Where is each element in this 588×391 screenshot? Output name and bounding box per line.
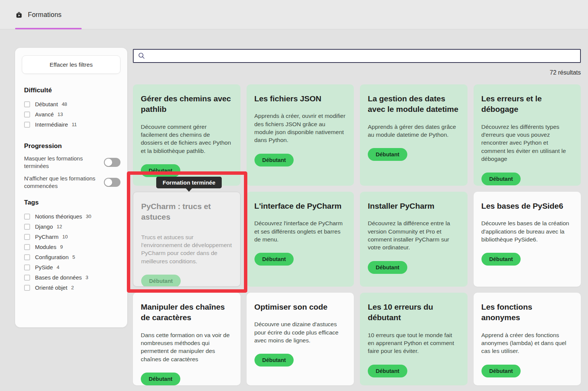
checkbox[interactable] bbox=[24, 111, 30, 118]
completed-tooltip: Formation terminée bbox=[156, 177, 222, 188]
toggle-switch[interactable] bbox=[104, 178, 120, 187]
course-title: Les 10 erreurs du débutant bbox=[368, 302, 460, 323]
checkbox[interactable] bbox=[24, 101, 30, 107]
toggle-label: Masquer les formations terminées bbox=[24, 155, 99, 170]
results-count: 72 résultats bbox=[550, 69, 581, 76]
difficulty-badge: Débutant bbox=[368, 148, 407, 161]
course-description: Découvrez les différents types d'erreurs… bbox=[481, 123, 573, 163]
search-input[interactable] bbox=[133, 49, 581, 63]
course-description: Découvre une dizaine d'astuces pour écri… bbox=[254, 320, 346, 344]
filters-panel: Effacer les filtres Difficulté Débutant4… bbox=[15, 48, 127, 327]
course-description: 10 erreurs que tout le monde fait en app… bbox=[368, 331, 460, 355]
course-card[interactable]: Les 10 erreurs du débutant10 erreurs que… bbox=[360, 293, 468, 385]
difficulty-filter-option[interactable]: Débutant48 bbox=[22, 99, 120, 109]
filter-label: Orienté objet bbox=[35, 284, 67, 291]
course-title: Optimiser son code bbox=[254, 302, 346, 312]
course-card[interactable]: L'interface de PyCharmDécouvrez l'interf… bbox=[247, 192, 354, 287]
course-description: Apprends à créer, ouvrir et modifier des… bbox=[254, 112, 346, 144]
checkbox[interactable] bbox=[24, 285, 30, 291]
checkbox[interactable] bbox=[24, 122, 30, 128]
filter-count: 11 bbox=[72, 122, 77, 127]
checkbox[interactable] bbox=[24, 264, 30, 270]
toggle-knob bbox=[105, 159, 112, 166]
difficulty-filter-option[interactable]: Intermédiaire11 bbox=[22, 119, 120, 130]
course-grid: Gérer des chemins avec pathlibDécouvre c… bbox=[133, 84, 581, 385]
filter-label: Intermédiaire bbox=[35, 121, 68, 128]
filter-count: 5 bbox=[72, 254, 75, 260]
filter-label: PyCharm bbox=[35, 234, 59, 240]
course-card[interactable]: Optimiser son codeDécouvre une dizaine d… bbox=[247, 293, 354, 385]
difficulty-badge: Débutant bbox=[141, 373, 180, 385]
tag-filter-option[interactable]: Orienté objet2 bbox=[22, 283, 120, 293]
course-description: Apprends à gérer des dates grâce au modu… bbox=[368, 123, 460, 139]
progression-toggle-row: Masquer les formations terminées bbox=[24, 155, 120, 170]
course-card[interactable]: Les bases de PySide6Découvre les bases d… bbox=[474, 192, 581, 287]
tab-formations[interactable]: Formations bbox=[15, 0, 62, 29]
course-description: Apprend à créer des fonctions anonymes (… bbox=[481, 331, 573, 355]
checkbox[interactable] bbox=[24, 275, 30, 281]
course-card[interactable]: Les fichiers JSONApprends à créer, ouvri… bbox=[247, 84, 354, 186]
difficulty-badge: Débutant bbox=[481, 173, 521, 185]
toggle-knob bbox=[105, 179, 112, 186]
checkbox[interactable] bbox=[24, 234, 30, 240]
filter-label: Notions théoriques bbox=[35, 213, 82, 220]
course-card[interactable]: Manipuler des chaînes de caractèresDans … bbox=[133, 293, 241, 385]
course-title: PyCharm : trucs et astuces bbox=[141, 201, 232, 223]
tab-label: Formations bbox=[28, 11, 62, 19]
checkbox[interactable] bbox=[24, 224, 30, 230]
course-title: Les fichiers JSON bbox=[254, 93, 346, 104]
course-card[interactable]: Les fonctions anonymesApprend à créer de… bbox=[474, 293, 581, 385]
tag-filter-option[interactable]: Modules9 bbox=[22, 242, 120, 252]
course-title: Installer PyCharm bbox=[368, 201, 460, 211]
course-card[interactable]: Installer PyCharmDécouvrez la différence… bbox=[360, 192, 468, 287]
course-card[interactable]: Gérer des chemins avec pathlibDécouvre c… bbox=[133, 84, 241, 186]
course-description: Découvre les bases de la création d'appl… bbox=[481, 219, 573, 243]
tags-filter-list: Notions théoriques30Django12PyCharm10Mod… bbox=[22, 211, 120, 293]
filter-count: 13 bbox=[58, 111, 63, 117]
difficulty-badge: Débutant bbox=[254, 354, 294, 367]
checkbox[interactable] bbox=[24, 214, 30, 220]
course-title: Les bases de PySide6 bbox=[481, 201, 573, 211]
course-description: Trucs et astuces sur l'environnement de … bbox=[141, 233, 232, 266]
course-title: Les erreurs et le débogage bbox=[481, 93, 573, 115]
checkbox[interactable] bbox=[24, 244, 30, 250]
filter-count: 2 bbox=[71, 285, 74, 290]
toggle-label: N'afficher que les formations commencées bbox=[24, 175, 99, 190]
filter-count: 10 bbox=[62, 234, 68, 240]
toggle-switch[interactable] bbox=[104, 158, 120, 167]
course-title: Manipuler des chaînes de caractères bbox=[141, 302, 233, 323]
difficulty-filter-option[interactable]: Avancé13 bbox=[22, 109, 120, 119]
checkbox[interactable] bbox=[24, 254, 30, 260]
active-tab-underline bbox=[15, 28, 82, 29]
filter-count: 4 bbox=[57, 264, 59, 270]
tag-filter-option[interactable]: Bases de données3 bbox=[22, 272, 120, 283]
progression-toggle-list: Masquer les formations terminéesN'affich… bbox=[22, 155, 120, 190]
tag-filter-option[interactable]: PyCharm10 bbox=[22, 232, 120, 242]
filter-label: Configuration bbox=[35, 254, 69, 260]
course-bag-icon bbox=[15, 11, 23, 19]
course-card[interactable]: La gestion des dates avec le module date… bbox=[360, 84, 468, 186]
tag-filter-option[interactable]: Notions théoriques30 bbox=[22, 211, 120, 221]
course-title: La gestion des dates avec le module date… bbox=[368, 93, 460, 115]
course-title: Les fonctions anonymes bbox=[481, 302, 573, 323]
progression-section-title: Progression bbox=[24, 142, 120, 150]
tag-filter-option[interactable]: Django12 bbox=[22, 221, 120, 232]
tag-filter-option[interactable]: PySide4 bbox=[22, 262, 120, 272]
filter-count: 12 bbox=[57, 224, 62, 229]
tag-filter-option[interactable]: Configuration5 bbox=[22, 252, 120, 262]
filter-label: Modules bbox=[35, 244, 56, 250]
filter-label: Débutant bbox=[35, 101, 58, 107]
course-title: Gérer des chemins avec pathlib bbox=[141, 93, 233, 115]
tags-section-title: Tags bbox=[24, 199, 120, 206]
course-description: Découvre comment gérer facilement des ch… bbox=[141, 123, 233, 155]
filter-label: Bases de données bbox=[35, 274, 82, 281]
course-card[interactable]: Les erreurs et le débogageDécouvrez les … bbox=[474, 84, 581, 186]
difficulty-badge: Débutant bbox=[368, 261, 407, 274]
course-card[interactable]: PyCharm : trucs et astucesTrucs et astuc… bbox=[133, 192, 241, 287]
difficulty-badge: Débutant bbox=[141, 164, 180, 177]
difficulty-badge: Débutant bbox=[481, 253, 521, 266]
filter-label: PySide bbox=[35, 264, 53, 270]
filter-count: 9 bbox=[60, 244, 63, 250]
clear-filters-button[interactable]: Effacer les filtres bbox=[22, 55, 120, 74]
difficulty-section-title: Difficulté bbox=[24, 87, 120, 94]
